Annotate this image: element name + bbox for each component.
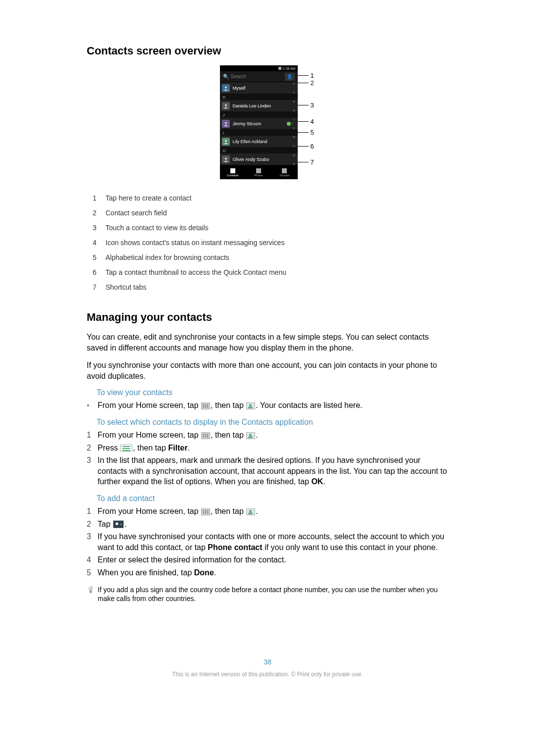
legend-text: Shortcut tabs (106, 283, 448, 291)
step-number: 4 (87, 554, 98, 565)
tab-label: Groups (279, 174, 289, 177)
svg-point-4 (225, 157, 227, 159)
step-number: 2 (87, 443, 98, 454)
list-item: 4Enter or select the desired information… (87, 554, 448, 565)
alpha-index: ACEGIKMOQS (292, 82, 297, 165)
subheading-add-contact: To add a contact (97, 494, 448, 503)
contacts-tab-icon (230, 168, 235, 173)
tab-label: Phone (254, 174, 263, 177)
list-item: 3In the list that appears, mark and unma… (87, 455, 448, 487)
search-placeholder: Search (231, 74, 285, 79)
contact-name: Oliver Andy Szabo (233, 157, 292, 162)
phone-mockup: 1:38 AM 🔍 Search 👤 Myself D Daniela Lee … (220, 65, 298, 179)
legend-num: 3 (87, 224, 106, 232)
contact-name: Jimmy Stroom (233, 121, 292, 126)
legend-text: Touch a contact to view its details (106, 224, 448, 232)
contact-name: Myself (233, 86, 292, 91)
step-list: From your Home screen, tap , then tap . … (87, 400, 448, 411)
step-text: Tap (98, 520, 112, 528)
step-bold: OK (311, 477, 323, 486)
legend-text: Icon shows contact's status on instant m… (106, 239, 448, 247)
step-list: 1From your Home screen, tap , then tap .… (87, 430, 448, 487)
step-number: 1 (87, 506, 98, 517)
myself-row: Myself (220, 82, 298, 94)
step-text: . (323, 477, 325, 486)
contact-name: Lily Ellen Ackland (233, 139, 292, 144)
step-text: From your Home screen, tap (98, 431, 201, 439)
bullet-icon (87, 400, 98, 411)
add-contact-button: 👤 (285, 73, 295, 81)
apps-grid-icon (201, 403, 210, 409)
legend-num: 5 (87, 253, 106, 261)
legend-num: 1 (87, 194, 106, 202)
step-number: 3 (87, 531, 98, 553)
legend-num: 2 (87, 209, 106, 217)
step-text: . (214, 568, 216, 577)
step-number: 2 (87, 519, 98, 530)
section-letter: J (220, 112, 298, 118)
avatar-icon (222, 84, 230, 92)
step-text: From your Home screen, tap (98, 401, 201, 409)
step-text: . (256, 507, 258, 515)
page-number: 38 (87, 658, 448, 666)
apps-grid-icon (201, 508, 210, 515)
avatar-icon (222, 155, 230, 163)
contact-row: Daniela Lee Linden (220, 100, 298, 112)
callout-7: 7 (311, 158, 314, 166)
legend-num: 4 (87, 239, 106, 247)
avatar-icon (222, 102, 230, 110)
paragraph: You can create, edit and synchronise you… (87, 332, 448, 353)
list-item: 2Press , then tap Filter. (87, 443, 448, 454)
callout-legend: 1Tap here to create a contact 2Contact s… (87, 194, 448, 291)
tab-phone: Phone (246, 165, 271, 179)
menu-icon (120, 445, 132, 452)
step-bold: Done (194, 568, 214, 577)
list-item: 2Tap . (87, 519, 448, 530)
legend-num: 7 (87, 283, 106, 291)
step-text: , then tap (133, 444, 168, 452)
contacts-app-icon (246, 432, 255, 439)
heading-managing-contacts: Managing your contacts (87, 311, 448, 324)
step-text: When you are finished, tap (98, 568, 194, 577)
step-number: 3 (87, 455, 98, 487)
svg-point-0 (225, 86, 227, 88)
legend-row: 2Contact search field (87, 209, 448, 217)
list-item: From your Home screen, tap , then tap . … (87, 400, 448, 411)
step-text: . (256, 431, 258, 439)
callout-4: 4 (311, 118, 314, 125)
step-text: From your Home screen, tap (98, 507, 201, 515)
tab-label: Contacts (227, 174, 239, 177)
step-text: In the list that appears, mark and unmar… (98, 456, 447, 486)
legend-row: 5Alphabetical index for browsing contact… (87, 253, 448, 261)
svg-point-1 (225, 104, 227, 106)
callout-1: 1 (311, 72, 314, 79)
contact-row: Lily Ellen Ackland (220, 136, 298, 148)
contact-name: Daniela Lee Linden (233, 103, 292, 108)
legend-text: Tap a contact thumbnail to access the Qu… (106, 268, 448, 276)
callout-5: 5 (311, 129, 314, 136)
step-number: 1 (87, 430, 98, 441)
step-text: , then tap (211, 507, 246, 515)
groups-tab-icon (282, 168, 287, 173)
step-number: 5 (87, 567, 98, 578)
tab-groups: Groups (271, 165, 297, 179)
footer-text: This is an Internet version of this publ… (87, 671, 448, 678)
legend-row: 3Touch a contact to view its details (87, 224, 448, 232)
contact-row: Jimmy Stroom (220, 118, 298, 130)
step-text: . Your contacts are listed here. (256, 401, 362, 409)
avatar-icon (222, 120, 230, 128)
tip-note: If you add a plus sign and the country c… (87, 585, 448, 604)
legend-row: 7Shortcut tabs (87, 283, 448, 291)
tab-contacts: Contacts (220, 165, 246, 179)
list-item: 1From your Home screen, tap , then tap . (87, 430, 448, 441)
bottom-tabs: Contacts Phone Groups (220, 165, 298, 179)
legend-text: Contact search field (106, 209, 448, 217)
section-letter: L (220, 130, 298, 136)
contact-row: Oliver Andy Szabo (220, 153, 298, 165)
subheading-select-contacts: To select which contacts to display in t… (97, 418, 448, 427)
step-list: 1From your Home screen, tap , then tap .… (87, 506, 448, 578)
step-text: if you only want to use this contact in … (263, 543, 438, 552)
paragraph: If you synchronise your contacts with mo… (87, 360, 448, 381)
callout-2: 2 (311, 79, 314, 87)
step-text: , then tap (211, 431, 246, 439)
